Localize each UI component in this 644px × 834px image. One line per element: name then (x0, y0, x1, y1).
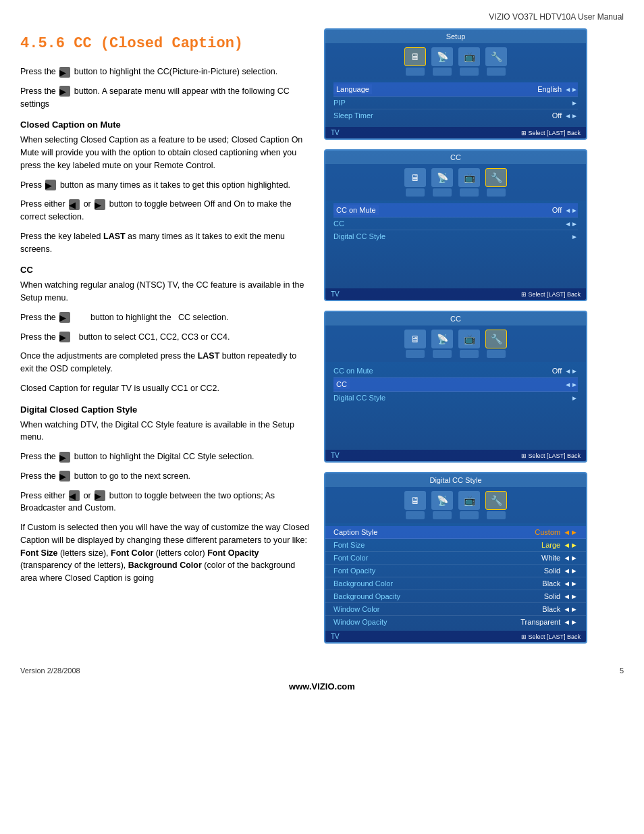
cc-footer-tv-2: TV (331, 452, 340, 459)
tv-icon-sub-2 (433, 68, 452, 76)
sleep-arrow: ◄► (564, 112, 578, 120)
remote-icon-6: ▶ (59, 312, 70, 323)
cc2-dcc-label: Digital CC Style (333, 394, 385, 402)
dcc-bgcolor-value: Black ◄► (542, 579, 578, 588)
cc2-icon-channel: 📺 (458, 330, 480, 348)
dcc-bgcolor-row: Background Color Black ◄► (325, 577, 586, 590)
subsection-2-text2: Press the ▶ button to highlight the CC s… (20, 311, 311, 324)
cc-icon-sub-4 (487, 188, 506, 197)
tv-icon-settings: 🔧 (485, 47, 507, 66)
subsection-2-text3: Press the ▶ button to select CC1, CC2, C… (20, 331, 311, 344)
cc-icon-audio-1: 📡 (431, 168, 453, 187)
remote-icon-7: ▶ (59, 332, 70, 342)
dcc-screen: Digital CC Style 🖥 📡 📺 🔧 (324, 472, 587, 644)
cc-dcc-label: Digital CC Style (333, 232, 385, 240)
cc-icon-item-4: 🔧 (485, 168, 507, 197)
right-column: Setup 🖥 📡 📺 🔧 (324, 28, 587, 653)
setup-footer-tv: TV (331, 129, 340, 136)
dcc-icon-audio: 📡 (431, 491, 453, 510)
subsection-3-text3: Press the ▶ button to go to the next scr… (20, 470, 311, 483)
dcc-bgcolor-label: Background Color (333, 579, 393, 588)
cc-menu-1: CC on Mute Off ◄► CC ◄► Digital CC Style… (325, 201, 586, 248)
cc2-icon-sub-4 (487, 350, 506, 358)
cc2-menu-row-dcc: Digital CC Style ► (333, 392, 578, 404)
tv-icon-sub-4 (487, 68, 506, 76)
subsection-1-text3: Press either ◀ or ▶ button to toggle bet… (20, 198, 311, 224)
cc2-icon-item-3: 📺 (458, 330, 480, 358)
cc2-mute-arrow: ◄► (564, 367, 578, 375)
sleep-value: Off ◄► (552, 111, 578, 120)
dcc-bgopacity-value: Solid ◄► (544, 592, 578, 600)
cc-menu-row-cc: CC ◄► (333, 217, 578, 230)
cc-icon-monitor-1: 🖥 (404, 168, 426, 187)
cc2-dcc-value: ► (571, 394, 578, 402)
website-text: www.VIZIO.com (289, 681, 355, 692)
sleep-label: Sleep Timer (333, 111, 373, 120)
intro-text-1: Press the ▶ button to highlight the CC(P… (20, 66, 311, 78)
page-footer: Version 2/28/2008 5 (0, 660, 644, 681)
cc2-cc-arrow: ◄► (564, 381, 578, 388)
subsection-1-text4: Press the key labeled LAST as many times… (20, 230, 311, 256)
dcc-fontsize-row: Font Size Large ◄► (325, 539, 586, 552)
dcc-icon-settings: 🔧 (485, 491, 507, 510)
cc-screen-2-title: CC (325, 312, 586, 325)
cc2-menu-row-cc: CC ◄► (333, 377, 578, 392)
setup-screen: Setup 🖥 📡 📺 🔧 (324, 28, 587, 140)
dcc-icon-item-1: 🖥 (404, 491, 426, 519)
cc-screen-2: CC 🖥 📡 📺 🔧 (324, 311, 587, 463)
cc-spacer-1 (325, 248, 586, 288)
dcc-caption-row: Caption Style Custom ◄► (325, 526, 586, 539)
subsection-2-title: CC (20, 265, 311, 275)
dcc-bgcolor-arrow: ◄► (563, 579, 578, 588)
remote-icon-11: ▶ (95, 490, 105, 501)
dcc-footer-controls: ⊞ Select [LAST] Back (521, 633, 581, 640)
subsection-2-text4: Once the adjustments are completed press… (20, 350, 311, 375)
dcc-caption-label: Caption Style (333, 528, 377, 536)
subsection-1-text1: When selecting Closed Caption as a featu… (20, 134, 311, 172)
icon-item-3: 📺 (458, 47, 480, 76)
cc-icon-sub-1 (406, 188, 425, 197)
dcc-fontsize-value: Large ◄► (541, 541, 578, 549)
setup-menu: Language English ◄► PIP ► Sleep Timer Of… (325, 80, 586, 127)
cc-screen-1-title: CC (325, 151, 586, 164)
dcc-icon-sub-2 (433, 511, 452, 519)
dcc-fontcolor-label: Font Color (333, 554, 368, 562)
menu-row-sleep: Sleep Timer Off ◄► (333, 109, 578, 122)
dcc-bgopacity-arrow: ◄► (563, 592, 578, 600)
tv-icon-sub-1 (406, 68, 425, 76)
left-column: 4.5.6 CC (Closed Caption) Press the ▶ bu… (20, 28, 311, 653)
remote-icon-8: ▶ (59, 452, 70, 463)
cc2-icon-monitor: 🖥 (404, 330, 426, 348)
dcc-winopacity-row: Window Opacity Transparent ◄► (325, 616, 586, 628)
setup-footer: TV ⊞ Select [LAST] Back (325, 127, 586, 138)
page-number: 5 (620, 667, 624, 675)
language-arrow: ◄► (564, 86, 578, 93)
dcc-icon-item-3: 📺 (458, 491, 480, 519)
dcc-fontsize-label: Font Size (333, 541, 365, 549)
remote-icon-2: ▶ (59, 86, 70, 97)
language-label: Language (333, 84, 372, 94)
cc-icon-item-1: 🖥 (404, 168, 426, 197)
cc2-mute-value: Off ◄► (552, 367, 578, 375)
pip-label: PIP (333, 99, 346, 107)
cc2-icon-sub-2 (433, 350, 452, 358)
cc-footer-tv-1: TV (331, 290, 340, 298)
icon-item-2: 📡 (431, 47, 453, 76)
dcc-icon-sub-1 (406, 511, 425, 519)
dcc-wincolor-label: Window Color (333, 605, 379, 613)
dcc-bgopacity-label: Background Opacity (333, 592, 400, 600)
dcc-icon-channel: 📺 (458, 491, 480, 510)
dcc-icons-row: 🖥 📡 📺 🔧 (325, 487, 586, 523)
dcc-fontcolor-value: White ◄► (541, 554, 578, 562)
dcc-fontcolor-row: Font Color White ◄► (325, 552, 586, 565)
cc-mute-label: CC on Mute (333, 205, 379, 215)
cc-screen-1: CC 🖥 📡 📺 🔧 (324, 149, 587, 301)
manual-title: VIZIO VO37L HDTV10A User Manual (489, 12, 624, 22)
cc-footer-controls-1: ⊞ Select [LAST] Back (521, 291, 581, 298)
menu-row-language: Language English ◄► (333, 82, 578, 97)
subsection-1-text2: Press ▶ button as many times as it takes… (20, 179, 311, 192)
dcc-fontopacity-label: Font Opacity (333, 567, 375, 575)
subsection-3-text2: Press the ▶ button to highlight the Digi… (20, 450, 311, 463)
menu-row-pip: PIP ► (333, 97, 578, 109)
icon-item-1: 🖥 (404, 47, 426, 76)
